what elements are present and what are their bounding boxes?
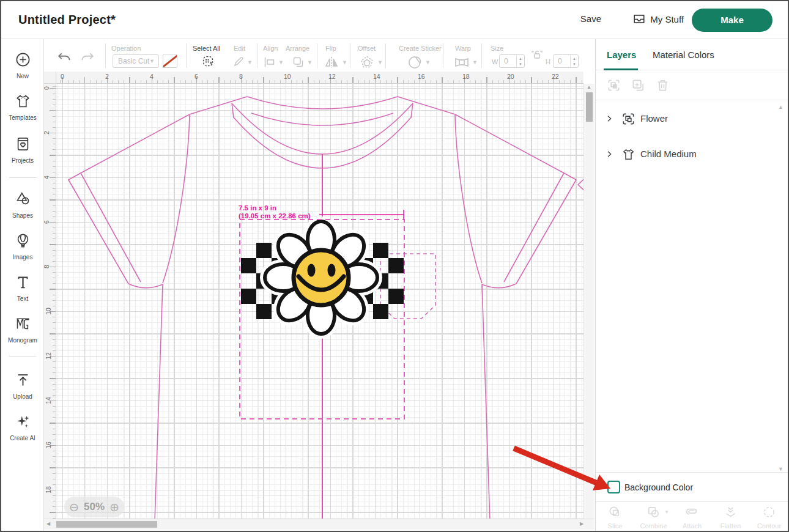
sidebar-item-text[interactable]: Text bbox=[1, 274, 44, 302]
stepper-icon[interactable]: ▲▼ bbox=[516, 55, 524, 67]
ruler-v-label: 18 bbox=[45, 486, 52, 493]
zoom-level: 50% bbox=[84, 501, 105, 513]
panel-scroll-down-icon[interactable]: ▼ bbox=[778, 466, 783, 472]
my-stuff-button[interactable]: My Stuff bbox=[632, 12, 684, 26]
sidebar-item-monogram[interactable]: Monogram bbox=[1, 316, 44, 344]
sidebar-item-create-ai[interactable]: Create AI bbox=[1, 413, 44, 441]
save-button[interactable]: Save bbox=[580, 13, 601, 24]
flip-icon[interactable] bbox=[324, 55, 339, 70]
panel-scroll-up-icon[interactable]: ▲ bbox=[778, 104, 783, 110]
zoom-in-icon[interactable]: ⊕ bbox=[109, 501, 119, 513]
pencil-icon[interactable] bbox=[232, 55, 245, 68]
scroll-up-icon[interactable]: ▲ bbox=[587, 84, 591, 90]
horizontal-scrollbar[interactable]: ◀ ▶ bbox=[44, 519, 595, 530]
create-sticker-icon[interactable] bbox=[407, 55, 422, 70]
panel-tabs: LayersMaterial Colors bbox=[596, 39, 788, 70]
contour-button[interactable]: Contour bbox=[750, 502, 788, 532]
attach-button[interactable]: Attach bbox=[673, 502, 711, 532]
scroll-left-icon[interactable]: ◀ bbox=[46, 521, 50, 526]
color-swatch-none[interactable] bbox=[163, 54, 177, 68]
combine-icon bbox=[646, 505, 661, 519]
chevron-down-icon[interactable]: ▼ bbox=[472, 59, 478, 65]
align-icon[interactable] bbox=[263, 56, 276, 68]
operation-dropdown[interactable]: Basic Cut▼ bbox=[113, 54, 159, 68]
slice-icon bbox=[608, 505, 622, 519]
background-color-checkbox[interactable] bbox=[607, 481, 620, 493]
scroll-right-icon[interactable]: ▶ bbox=[580, 521, 583, 526]
dimension-line bbox=[319, 210, 404, 220]
zoom-out-icon[interactable]: ⊖ bbox=[69, 501, 79, 513]
group-icon bbox=[621, 112, 635, 126]
make-button[interactable]: Make bbox=[692, 9, 772, 32]
sidebar-item-images[interactable]: Images bbox=[1, 232, 44, 260]
vertical-scrollbar[interactable]: ▲ bbox=[583, 84, 595, 521]
chevron-down-icon[interactable]: ▼ bbox=[278, 59, 284, 65]
flower-design[interactable] bbox=[241, 221, 404, 334]
expand-chevron-icon[interactable] bbox=[604, 114, 614, 124]
ruler-h-label: 4 bbox=[150, 73, 154, 80]
chevron-down-icon[interactable]: ▼ bbox=[307, 59, 313, 65]
ruler-h-label: 10 bbox=[284, 73, 291, 80]
flatten-button[interactable]: Flatten bbox=[711, 502, 750, 532]
width-input[interactable]: 0 ▲▼ bbox=[499, 54, 525, 68]
combine-button[interactable]: ▼Combine bbox=[634, 502, 673, 532]
horizontal-scroll-thumb[interactable] bbox=[56, 521, 157, 528]
unlock-icon[interactable] bbox=[531, 48, 543, 61]
sidebar-item-label: Projects bbox=[1, 157, 44, 164]
edit-label: Edit bbox=[234, 45, 245, 52]
layer-row-child-medium[interactable]: Child Medium bbox=[596, 142, 788, 169]
chevron-down-icon[interactable]: ▼ bbox=[377, 59, 383, 65]
divider bbox=[481, 43, 482, 68]
ruler-v-label: 16 bbox=[45, 441, 52, 449]
upload-icon bbox=[15, 372, 31, 388]
sparkle-icon bbox=[15, 413, 31, 430]
text-icon bbox=[15, 274, 31, 290]
project-icon bbox=[15, 136, 31, 152]
group-icon[interactable] bbox=[607, 78, 621, 92]
flip-label: Flip bbox=[325, 45, 336, 52]
ruler-v-label: 4 bbox=[44, 175, 50, 179]
undo-icon[interactable] bbox=[56, 50, 72, 66]
sidebar-item-templates[interactable]: Templates bbox=[1, 93, 44, 121]
layer-row-flower[interactable]: Flower bbox=[596, 106, 788, 133]
monogram-icon bbox=[15, 316, 31, 332]
sidebar-item-upload[interactable]: Upload bbox=[1, 372, 44, 400]
vertical-scroll-thumb[interactable] bbox=[586, 92, 593, 122]
sidebar-item-shapes[interactable]: Shapes bbox=[1, 191, 44, 219]
ruler-h-label: 14 bbox=[373, 73, 380, 80]
selection-size-label: 7.5 in x 9 in (19.05 cm x 22.86 cm) bbox=[239, 204, 311, 220]
divider bbox=[317, 43, 317, 68]
sidebar-item-projects[interactable]: Projects bbox=[1, 136, 44, 164]
duplicate-icon[interactable] bbox=[631, 78, 645, 92]
chevron-down-icon[interactable]: ▼ bbox=[342, 59, 347, 65]
ruler-h-label: 12 bbox=[328, 73, 336, 80]
canvas-artwork[interactable] bbox=[56, 84, 583, 521]
sidebar-item-label: Text bbox=[1, 295, 44, 302]
redo-icon[interactable] bbox=[80, 50, 95, 66]
slice-button[interactable]: Slice bbox=[596, 502, 634, 532]
expand-chevron-icon[interactable] bbox=[604, 149, 614, 159]
trash-icon[interactable] bbox=[656, 78, 670, 92]
ruler-h-label: 18 bbox=[462, 73, 470, 80]
chevron-down-icon[interactable]: ▼ bbox=[425, 59, 431, 65]
background-color-row: Background Color bbox=[596, 472, 788, 501]
arrange-icon[interactable] bbox=[292, 56, 305, 68]
design-canvas[interactable]: 0246810121416182022 024681012141618 7.5 … bbox=[44, 72, 598, 531]
tab-material-colors[interactable]: Material Colors bbox=[653, 50, 714, 60]
ruler-v-label: 12 bbox=[45, 352, 52, 360]
select-all-icon[interactable] bbox=[202, 55, 215, 68]
divider bbox=[186, 43, 187, 68]
height-input[interactable]: 0 ▲▼ bbox=[553, 54, 579, 68]
sidebar-item-label: Templates bbox=[1, 114, 44, 121]
stepper-icon[interactable]: ▲▼ bbox=[570, 55, 578, 67]
action-label: Contour bbox=[750, 522, 788, 530]
sidebar-item-new[interactable]: New bbox=[1, 51, 44, 79]
chevron-down-icon[interactable]: ▼ bbox=[247, 59, 253, 65]
offset-icon[interactable] bbox=[360, 55, 374, 70]
action-label: Flatten bbox=[711, 522, 750, 530]
warp-icon[interactable] bbox=[454, 56, 470, 69]
sidebar-divider bbox=[9, 177, 36, 178]
tab-layers[interactable]: Layers bbox=[607, 50, 636, 60]
layers-panel: LayersMaterial Colors FlowerChild Medium… bbox=[595, 39, 788, 531]
ruler-v-label: 8 bbox=[44, 265, 50, 268]
